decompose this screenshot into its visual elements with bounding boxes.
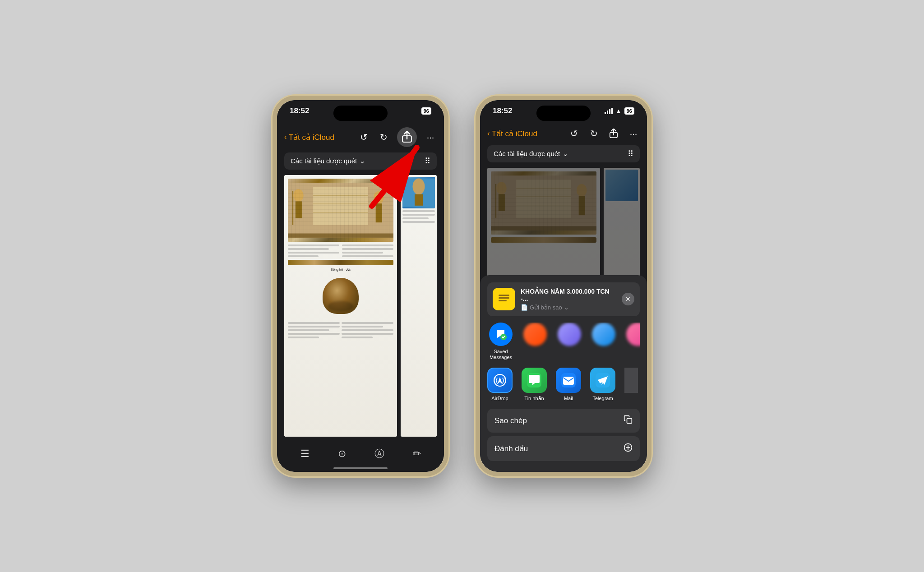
svg-point-19 xyxy=(496,182,506,194)
share-subtitle: 📄 Gửi bản sao ⌄ xyxy=(521,304,616,311)
svg-point-13 xyxy=(413,179,425,195)
messages-label: Tin nhắn xyxy=(524,396,544,401)
svg-point-25 xyxy=(577,184,587,197)
left-phone: 18:52 96 ‹ Tất cả iCloud ↺ ↻ xyxy=(273,96,448,476)
home-indicator-left xyxy=(333,467,388,469)
svg-rect-26 xyxy=(579,196,585,215)
share-title: KHOẢNG NĂM 3.000.000 TCN -... xyxy=(521,288,616,302)
chevron-down-icon: ⌄ xyxy=(360,157,365,165)
contact-2-avatar xyxy=(558,323,581,346)
person-contact-1[interactable] xyxy=(522,323,549,360)
airdrop-icon xyxy=(487,368,513,393)
folder-title-left: Các tài liệu được quét ⌄ xyxy=(291,157,365,165)
nav-actions-left: ↺ ↻ ··· xyxy=(357,127,437,147)
svg-rect-18 xyxy=(495,184,496,218)
svg-rect-11 xyxy=(288,233,393,237)
list-icon[interactable]: ☰ xyxy=(300,448,310,460)
folder-bar-left[interactable]: Các tài liệu được quét ⌄ ⠿ xyxy=(284,152,437,170)
pencil-icon[interactable]: ✏ xyxy=(413,448,421,460)
dynamic-island xyxy=(333,106,388,121)
share-sheet: KHOẢNG NĂM 3.000.000 TCN -... 📄 Gửi bản … xyxy=(480,275,647,472)
telegram-label: Telegram xyxy=(592,396,613,401)
time-right: 18:52 xyxy=(493,106,512,115)
right-phone: 18:52 ▲ 96 ‹ Tất cả iCloud xyxy=(476,96,651,476)
folder-title-right: Các tài liệu được quét ⌄ xyxy=(494,150,568,158)
more-app[interactable] xyxy=(624,368,638,401)
copy-label: Sao chép xyxy=(494,416,527,425)
svg-rect-10 xyxy=(376,203,382,222)
folder-bar-right[interactable]: Các tài liệu được quét ⌄ ⠿ xyxy=(487,145,640,162)
mail-label: Mail xyxy=(564,396,573,401)
chevron-down-share: ⌄ xyxy=(564,304,569,311)
person-saved-messages[interactable]: SavedMessages xyxy=(487,323,514,360)
svg-rect-14 xyxy=(415,194,423,206)
contact-1-avatar xyxy=(523,323,547,346)
chevron-down-icon-right: ⌄ xyxy=(563,150,568,158)
rotate-right-icon-right[interactable]: ↻ xyxy=(587,127,600,140)
side-doc-page xyxy=(401,175,437,437)
back-button-right[interactable]: ‹ Tất cả iCloud xyxy=(487,129,537,138)
chevron-left-icon-right: ‹ xyxy=(487,129,490,138)
svg-rect-30 xyxy=(499,297,509,299)
egypt-image-right xyxy=(491,171,596,235)
rotate-left-icon[interactable]: ↺ xyxy=(357,131,370,143)
more-app-icon xyxy=(624,368,638,393)
mail-app[interactable]: Mail xyxy=(556,368,581,401)
status-icons-right: ▲ 96 xyxy=(605,107,634,115)
saved-messages-avatar xyxy=(489,323,513,346)
share-close-button[interactable]: ✕ xyxy=(622,293,634,305)
share-button-left[interactable] xyxy=(397,127,417,147)
rotate-right-icon[interactable]: ↻ xyxy=(377,131,390,143)
time-left: 18:52 xyxy=(290,106,309,115)
svg-rect-20 xyxy=(499,194,505,211)
svg-rect-17 xyxy=(491,175,596,231)
contact-3-avatar xyxy=(592,323,615,346)
grid-icon-left[interactable]: ⠿ xyxy=(425,156,430,166)
svg-rect-28 xyxy=(496,291,512,307)
back-button-left[interactable]: ‹ Tất cả iCloud xyxy=(284,133,334,142)
main-doc-page[interactable]: Đồng hồ nước xyxy=(284,175,397,437)
rotate-left-icon-right[interactable]: ↺ xyxy=(568,127,580,140)
svg-point-3 xyxy=(293,189,303,202)
person-contact-3[interactable] xyxy=(590,323,617,360)
saved-messages-label: SavedMessages xyxy=(490,349,512,360)
people-row: SavedMessages xyxy=(487,323,640,360)
telegram-icon xyxy=(590,368,615,393)
doc-icon: 📄 xyxy=(521,304,528,311)
more-icon-left[interactable]: ··· xyxy=(424,131,437,143)
airdrop-app[interactable]: AirDrop xyxy=(487,368,513,401)
messages-app[interactable]: Tin nhắn xyxy=(522,368,547,401)
back-label-left: Tất cả iCloud xyxy=(289,133,334,142)
share-header: KHOẢNG NĂM 3.000.000 TCN -... 📄 Gửi bản … xyxy=(487,282,640,316)
apps-row: AirDrop Tin nhắn xyxy=(487,368,640,401)
chevron-left-icon: ‹ xyxy=(284,133,287,142)
telegram-app[interactable]: Telegram xyxy=(590,368,615,401)
battery-badge-right: 96 xyxy=(624,107,634,115)
text-icon[interactable]: Ⓐ xyxy=(374,447,384,461)
nav-actions-right: ↺ ↻ ··· xyxy=(568,127,640,140)
wifi-icon: ▲ xyxy=(615,107,622,115)
copy-action[interactable]: Sao chép xyxy=(487,409,640,433)
signal-icon xyxy=(605,108,613,114)
svg-rect-21 xyxy=(516,180,571,218)
bookmark-label: Đánh dấu xyxy=(494,444,528,453)
person-contact-4[interactable] xyxy=(624,323,640,360)
share-button-right[interactable] xyxy=(607,127,620,140)
mail-icon xyxy=(556,368,581,393)
grid-icon-right[interactable]: ⠿ xyxy=(628,149,633,159)
svg-rect-31 xyxy=(499,300,507,301)
svg-rect-1 xyxy=(288,183,393,238)
airdrop-label: AirDrop xyxy=(491,396,508,401)
document-area-left: Đồng hồ nước xyxy=(277,171,444,440)
bookmark-action[interactable]: Đánh dấu xyxy=(487,436,640,461)
dynamic-island-right xyxy=(536,106,591,121)
svg-rect-29 xyxy=(499,295,509,296)
svg-rect-38 xyxy=(627,419,632,424)
share-info: KHOẢNG NĂM 3.000.000 TCN -... 📄 Gửi bản … xyxy=(521,288,616,311)
status-icons-left: 96 xyxy=(421,107,431,115)
svg-rect-4 xyxy=(296,201,302,218)
more-icon-right[interactable]: ··· xyxy=(627,127,640,140)
person-contact-2[interactable] xyxy=(556,323,583,360)
camera-icon[interactable]: ⊙ xyxy=(338,448,346,460)
svg-rect-2 xyxy=(292,191,293,225)
